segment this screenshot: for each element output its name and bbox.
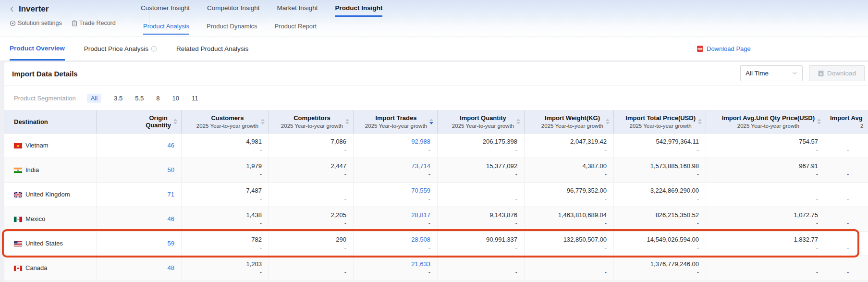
segment-option-5-5[interactable]: 5.5 bbox=[135, 95, 144, 102]
nav-item-related-product-analysis[interactable]: Related Product Analysis bbox=[176, 37, 248, 61]
destination-cell[interactable]: Canada bbox=[4, 256, 97, 280]
cell-value[interactable]: 59 bbox=[168, 239, 174, 248]
column-header-import-trades[interactable]: Import Trades2025 Year-to-year growth bbox=[354, 110, 438, 133]
info-icon[interactable] bbox=[151, 46, 157, 52]
sort-desc-icon bbox=[606, 122, 610, 124]
cell-value[interactable]: 28,817 bbox=[411, 211, 430, 220]
destination-cell[interactable]: Vietnam bbox=[4, 134, 97, 158]
time-filter-select[interactable]: All Time bbox=[740, 65, 803, 81]
cell-growth: - bbox=[260, 244, 262, 252]
cell-competitors: 2,205- bbox=[269, 207, 354, 231]
cell-value[interactable]: 28,508 bbox=[411, 235, 430, 244]
cell-growth: - bbox=[260, 195, 262, 203]
cell-growth: - bbox=[515, 268, 517, 277]
segment-option-all[interactable]: All bbox=[87, 94, 101, 103]
cell-import-weight-kg: 96,779,352.00- bbox=[525, 183, 614, 207]
sort-desc-icon bbox=[345, 122, 349, 124]
cell-value[interactable]: 73,714 bbox=[411, 162, 430, 171]
subtab-product-report[interactable]: Product Report bbox=[275, 23, 317, 35]
download-button[interactable]: x Download bbox=[809, 65, 865, 81]
cell-value[interactable]: 46 bbox=[168, 215, 174, 223]
page-nav-items: Product OverviewProduct Price AnalysisRe… bbox=[10, 37, 248, 61]
nav-item-product-overview[interactable]: Product Overview bbox=[10, 37, 65, 61]
pdf-icon: PDF bbox=[697, 45, 704, 52]
cell-growth: - bbox=[344, 195, 346, 203]
segmentation-label: Product Segmentation bbox=[14, 95, 76, 102]
column-header-competitors[interactable]: Competitors2025 Year-to-year growth bbox=[269, 110, 354, 133]
destination-cell[interactable]: United Kingdom bbox=[4, 183, 97, 207]
sort-carets-icon[interactable] bbox=[817, 119, 821, 124]
sort-carets-icon[interactable] bbox=[429, 119, 433, 124]
download-page-link[interactable]: PDF Download Page bbox=[697, 37, 751, 61]
subtab-product-dynamics[interactable]: Product Dynamics bbox=[207, 23, 257, 35]
cell-value[interactable]: 71 bbox=[168, 190, 174, 199]
cell-value: 967.91 bbox=[799, 162, 818, 171]
cell-growth: - bbox=[697, 268, 699, 277]
sort-asc-icon bbox=[429, 119, 433, 121]
sort-carets-icon[interactable] bbox=[606, 119, 610, 124]
cell-value[interactable]: 21,633 bbox=[411, 260, 430, 269]
cell-value: 90,991,337 bbox=[486, 235, 517, 244]
column-header-customers[interactable]: Customers2025 Year-to-year growth bbox=[182, 110, 269, 133]
cell-value[interactable]: 50 bbox=[168, 166, 174, 174]
cell-value[interactable]: 46 bbox=[168, 141, 174, 150]
sort-carets-icon[interactable] bbox=[516, 119, 520, 124]
table-row-united-states: United States59782-290-28,508-90,991,337… bbox=[4, 232, 868, 256]
nav-item-product-price-analysis[interactable]: Product Price Analysis bbox=[84, 37, 157, 61]
cell-import-quantity: 206,175,398- bbox=[438, 134, 525, 158]
segment-option-8[interactable]: 8 bbox=[156, 95, 159, 102]
column-header-import-avg-unit-qty-price-usd[interactable]: Import Avg.Unit Qty Price(USD)2025 Year-… bbox=[706, 110, 825, 133]
tab-customer-insight[interactable]: Customer Insight bbox=[141, 4, 190, 17]
segment-option-3-5[interactable]: 3.5 bbox=[114, 95, 122, 102]
svg-text:PDF: PDF bbox=[697, 48, 702, 50]
solution-settings-button[interactable]: Solution settings bbox=[10, 20, 62, 26]
cell-competitors: 7,086- bbox=[269, 134, 354, 158]
cell-growth: - bbox=[816, 219, 818, 228]
tab-competitor-insight[interactable]: Competitor Insight bbox=[207, 4, 260, 17]
column-header-import-weight-kg[interactable]: Import Weight(KG)2025 Year-to-year growt… bbox=[525, 110, 614, 133]
column-subtitle: 2025 Year-to-year growth bbox=[196, 123, 258, 129]
column-header-origin-quantity[interactable]: OriginQuantity bbox=[97, 110, 182, 133]
cell-growth: - bbox=[428, 195, 430, 203]
sort-carets-icon[interactable] bbox=[173, 119, 177, 124]
sort-carets-icon[interactable] bbox=[698, 119, 702, 124]
cell-value: 14,549,026,594.00 bbox=[647, 235, 699, 244]
trade-record-button[interactable]: Trade Record bbox=[72, 20, 116, 26]
cell-value: 782 bbox=[251, 235, 262, 244]
sort-asc-icon bbox=[261, 119, 265, 121]
destination-cell[interactable]: United States bbox=[4, 232, 97, 256]
destination-cell[interactable]: India bbox=[4, 158, 97, 182]
back-button[interactable] bbox=[10, 6, 14, 12]
back-chevron-icon bbox=[10, 6, 14, 12]
tab-product-insight[interactable]: Product Insight bbox=[335, 4, 382, 17]
column-label: Competitors bbox=[293, 114, 330, 122]
column-header-import-quantity[interactable]: Import Quantity2025 Year-to-year growth bbox=[438, 110, 525, 133]
column-label: Customers bbox=[211, 114, 244, 122]
column-label: Origin bbox=[149, 114, 167, 122]
table-header-row: DestinationOriginQuantityCustomers2025 Y… bbox=[4, 110, 868, 134]
destination-cell[interactable]: Mexico bbox=[4, 207, 97, 231]
top-navigation: Inverter Solution settingsTrade Record C… bbox=[0, 0, 868, 37]
cell-origin-quantity: 46 bbox=[97, 134, 182, 158]
cell-import-total-price-usd: 826,215,350.52- bbox=[614, 207, 706, 231]
cell-import-total-price-usd: 1,376,779,246.00- bbox=[614, 256, 706, 280]
cell-growth: - bbox=[847, 244, 849, 252]
segment-option-10[interactable]: 10 bbox=[172, 95, 179, 102]
subtab-product-analysis[interactable]: Product Analysis bbox=[143, 23, 189, 35]
sort-desc-icon bbox=[516, 122, 520, 124]
column-header-import-total-price-usd[interactable]: Import Total Price(USD)2025 Year-to-year… bbox=[614, 110, 706, 133]
cell-value[interactable]: 70,559 bbox=[411, 186, 430, 195]
cell-value[interactable]: 48 bbox=[168, 264, 174, 272]
cell-value[interactable]: 92,988 bbox=[411, 137, 430, 146]
sort-carets-icon[interactable] bbox=[261, 119, 265, 124]
cell-growth: - bbox=[344, 146, 346, 154]
tab-market-insight[interactable]: Market Insight bbox=[277, 4, 318, 17]
sort-carets-icon[interactable] bbox=[345, 119, 349, 124]
column-label: Import Trades bbox=[375, 114, 416, 122]
table-row-vietnam: Vietnam464,981-7,086-92,988-206,175,398-… bbox=[4, 134, 868, 158]
segment-option-11[interactable]: 11 bbox=[192, 95, 198, 102]
country-name: Canada bbox=[25, 264, 48, 272]
nav-item-label: Product Price Analysis bbox=[84, 45, 148, 52]
cell-import-avg-unit-qty-price-usd: - bbox=[706, 256, 825, 280]
flag-icon-ca bbox=[14, 266, 22, 271]
